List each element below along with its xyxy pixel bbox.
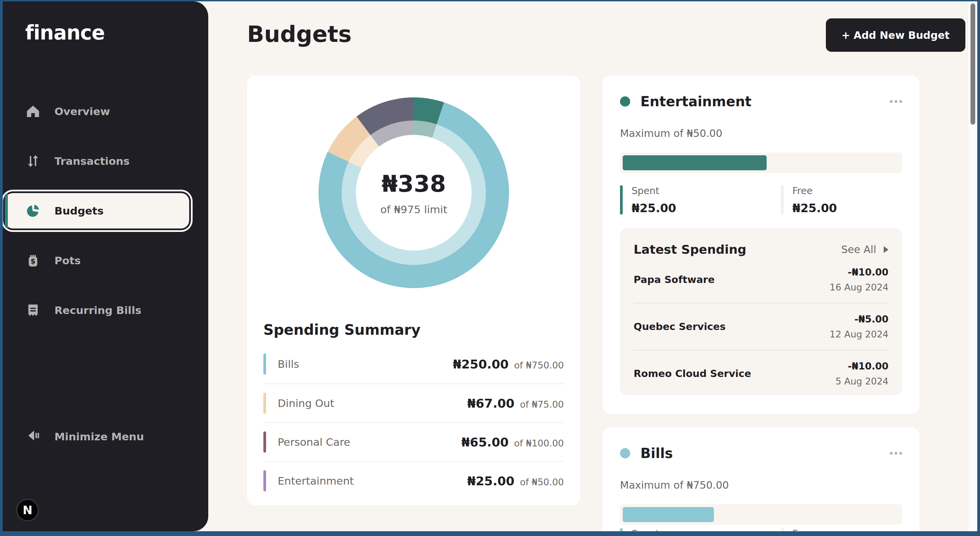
svg-text:$: $ (30, 257, 36, 265)
free-stat: Free ₦25.00 (781, 185, 837, 215)
budgets-icon (25, 203, 41, 219)
category-color-bar (263, 354, 266, 375)
free-stat: Free (781, 528, 813, 531)
minimize-menu-button[interactable]: Minimize Menu (3, 419, 208, 454)
minimize-menu-icon (25, 428, 41, 446)
spent-color-bar (620, 528, 623, 531)
latest-spending-title: Latest Spending (633, 242, 746, 257)
category-spent: ₦250.00 (453, 357, 509, 371)
category-label: Personal Care (278, 436, 350, 448)
category-max: of ₦100.00 (514, 438, 564, 448)
transaction-row: Papa Software -₦10.00 16 Aug 2024 (633, 257, 888, 303)
app-logo: finance (25, 21, 105, 44)
pots-icon: $ (25, 253, 41, 268)
avatar[interactable]: N (16, 499, 39, 522)
donut-total-spent: ₦338 (382, 170, 446, 197)
sidebar-item-label: Budgets (54, 205, 103, 217)
avatar-letter: N (23, 503, 32, 517)
transaction-date: 12 Aug 2024 (830, 329, 888, 340)
budget-progress-fill (623, 155, 767, 170)
sidebar: finance Overview Transactions (3, 2, 208, 531)
category-color-bar (263, 431, 266, 453)
free-color-bar (781, 528, 784, 531)
free-label: Free (792, 185, 837, 196)
sidebar-item-label: Overview (54, 105, 110, 118)
sidebar-item-label: Pots (54, 254, 81, 266)
budget-progress-fill (623, 507, 714, 522)
page-title: Budgets (247, 21, 352, 47)
budget-color-dot (620, 448, 630, 458)
budget-card-bills: Bills Maximum of ₦750.00 Spent Free (603, 428, 920, 531)
scrollbar-track[interactable] (968, 2, 977, 531)
sidebar-item-transactions[interactable]: Transactions (3, 144, 208, 179)
add-new-budget-button[interactable]: + Add New Budget (826, 18, 966, 52)
category-label: Dining Out (278, 397, 334, 409)
summary-row-personal-care: Personal Care ₦65.00 of ₦100.00 (263, 422, 564, 461)
latest-spending-panel: Latest Spending See All Papa Software -₦… (620, 228, 902, 395)
budget-card-title: Bills (640, 445, 673, 461)
category-max: of ₦75.00 (520, 399, 564, 410)
sidebar-item-label: Transactions (54, 155, 130, 167)
transaction-row: Romeo Cloud Service -₦10.00 5 Aug 2024 (633, 350, 888, 397)
caret-right-icon (884, 246, 888, 253)
budget-progress-track (620, 504, 902, 525)
transactions-icon (25, 153, 41, 169)
budget-maximum: Maximum of ₦50.00 (620, 128, 722, 139)
spending-summary-card: ₦338 of ₦975 limit Spending Summary Bill… (247, 76, 580, 505)
spent-label: Spent (632, 185, 676, 196)
category-spent: ₦25.00 (467, 474, 514, 488)
summary-row-bills: Bills ₦250.00 of ₦750.00 (263, 345, 564, 383)
category-label: Bills (278, 358, 299, 370)
sidebar-item-pots[interactable]: $ Pots (3, 243, 208, 278)
see-all-label: See All (841, 244, 876, 255)
sidebar-item-budgets[interactable]: Budgets (5, 193, 189, 228)
receipt-icon (25, 302, 41, 318)
transaction-amount: -₦10.00 (830, 266, 888, 278)
free-label: Free (792, 528, 813, 531)
budget-maximum: Maximum of ₦750.00 (620, 479, 729, 491)
summary-row-entertainment: Entertainment ₦25.00 of ₦50.00 (263, 461, 564, 500)
scrollbar-thumb[interactable] (970, 3, 975, 124)
budget-card-title: Entertainment (640, 94, 751, 109)
transaction-name: Romeo Cloud Service (633, 368, 751, 380)
summary-row-dining-out: Dining Out ₦67.00 of ₦75.00 (263, 383, 564, 422)
free-value: ₦25.00 (792, 201, 837, 215)
spending-summary-list: Bills ₦250.00 of ₦750.00 Dining Out ₦67.… (263, 345, 564, 500)
free-color-bar (781, 185, 784, 215)
transaction-date: 16 Aug 2024 (830, 282, 888, 292)
category-label: Entertainment (278, 475, 354, 487)
spent-stat: Spent ₦25.00 (620, 185, 781, 215)
transaction-amount: -₦10.00 (835, 361, 888, 372)
category-max: of ₦50.00 (520, 477, 564, 487)
spending-summary-heading: Spending Summary (263, 321, 421, 338)
budget-card-entertainment: Entertainment Maximum of ₦50.00 Spent ₦2… (603, 76, 920, 414)
donut-limit-text: of ₦975 limit (380, 203, 447, 215)
category-spent: ₦67.00 (467, 396, 514, 410)
spent-color-bar (620, 185, 623, 215)
see-all-link[interactable]: See All (841, 244, 888, 255)
window-frame: finance Overview Transactions (0, 0, 980, 536)
budget-color-dot (620, 96, 630, 107)
card-menu-button[interactable] (890, 97, 902, 106)
transaction-amount: -₦5.00 (830, 314, 888, 325)
sidebar-nav: Overview Transactions Budgets (3, 94, 208, 342)
sidebar-item-overview[interactable]: Overview (3, 94, 208, 129)
category-spent: ₦65.00 (461, 435, 509, 449)
transaction-date: 5 Aug 2024 (835, 376, 888, 386)
budget-donut-chart: ₦338 of ₦975 limit (318, 97, 509, 288)
spent-label: Spent (632, 528, 659, 531)
spent-value: ₦25.00 (632, 201, 676, 215)
category-color-bar (263, 392, 266, 414)
transaction-row: Quebec Services -₦5.00 12 Aug 2024 (633, 303, 888, 350)
transaction-name: Papa Software (633, 274, 714, 286)
budget-progress-track (620, 153, 902, 173)
category-max: of ₦750.00 (514, 360, 564, 370)
minimize-menu-label: Minimize Menu (54, 431, 144, 443)
spent-stat: Spent (620, 528, 781, 531)
card-menu-button[interactable] (890, 448, 902, 458)
category-color-bar (263, 470, 266, 491)
home-icon (25, 104, 41, 119)
donut-center: ₦338 of ₦975 limit (356, 135, 472, 250)
app-background: finance Overview Transactions (3, 2, 977, 531)
sidebar-item-recurring-bills[interactable]: Recurring Bills (3, 292, 208, 328)
